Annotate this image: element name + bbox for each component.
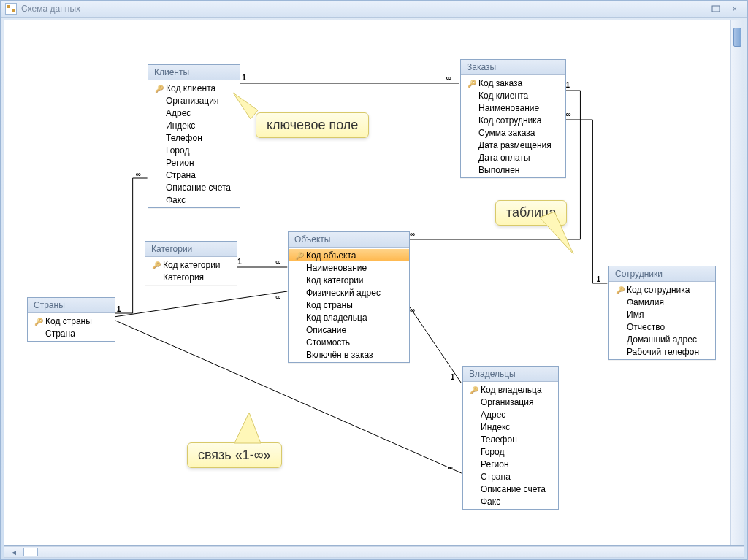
field-row[interactable]: Код категории	[289, 274, 409, 286]
diagram-canvas[interactable]: 1 ∞ 1 ∞ ∞ 1 1 ∞	[4, 20, 744, 545]
window-title: Схема данных	[21, 4, 80, 14]
field-name: Телефон	[479, 434, 517, 445]
entity-header[interactable]: Категории	[145, 242, 237, 257]
field-row[interactable]: Наименование	[289, 261, 409, 274]
svg-marker-31	[234, 413, 261, 443]
field-row[interactable]: Индекс	[148, 119, 240, 131]
entity-countries[interactable]: Страны Код страныСтрана	[27, 297, 115, 342]
field-row[interactable]: Код категории	[145, 258, 237, 271]
field-name: Дата размещения	[477, 140, 552, 150]
field-row[interactable]: Регион	[148, 156, 240, 169]
field-name: Дата оплаты	[477, 153, 530, 163]
svg-marker-29	[233, 93, 258, 119]
field-row[interactable]: Страна	[148, 169, 240, 181]
svg-text:1: 1	[565, 81, 570, 89]
entity-orders[interactable]: Заказы Код заказаКод клиентаНаименование…	[460, 59, 566, 178]
field-name: Код категории	[161, 260, 221, 270]
field-row[interactable]: Индекс	[463, 421, 558, 433]
field-row[interactable]: Включён в заказ	[289, 348, 409, 361]
field-name: Код владельца	[305, 312, 367, 323]
field-name: Домашний адрес	[625, 334, 697, 345]
field-row[interactable]: Отчество	[609, 321, 715, 333]
field-name: Страна	[44, 329, 75, 339]
svg-text:∞: ∞	[410, 306, 415, 314]
field-name: Категория	[161, 272, 204, 283]
vertical-scrollbar[interactable]	[730, 20, 744, 545]
entity-body: Код страныСтрана	[28, 313, 115, 341]
field-row[interactable]: Код сотрудника	[609, 283, 715, 296]
entity-body: Код объектаНаименованиеКод категорииФизи…	[289, 248, 409, 362]
field-name: Сумма заказа	[477, 128, 535, 138]
field-name: Код владельца	[479, 385, 542, 395]
field-row[interactable]: Рабочий телефон	[609, 345, 715, 358]
field-row[interactable]: Имя	[609, 308, 715, 321]
field-row[interactable]: Страна	[28, 327, 115, 340]
field-row[interactable]: Код страны	[289, 299, 409, 311]
entity-employees[interactable]: Сотрудники Код сотрудникаФамилияИмяОтчес…	[608, 266, 716, 360]
restore-button[interactable]	[708, 4, 724, 14]
close-button[interactable]: ×	[727, 4, 743, 14]
field-row[interactable]: Физический адрес	[289, 286, 409, 299]
field-name: Имя	[625, 310, 644, 320]
field-row[interactable]: Организация	[463, 396, 558, 408]
field-row[interactable]: Регион	[463, 458, 558, 470]
callout-label: ключевое поле	[267, 118, 358, 132]
callout-relation: связь «1-∞»	[187, 442, 282, 468]
horizontal-scrollbar[interactable]: ◄	[4, 546, 744, 558]
field-row[interactable]: Код сотрудника	[461, 114, 565, 126]
field-row[interactable]: Факс	[148, 193, 240, 206]
field-row[interactable]: Дата оплаты	[461, 151, 565, 164]
field-row[interactable]: Город	[463, 445, 558, 458]
primary-key-icon	[469, 386, 479, 394]
field-row[interactable]: Код клиента	[148, 82, 240, 94]
field-row[interactable]: Описание	[289, 323, 409, 336]
field-row[interactable]: Код объекта	[289, 249, 409, 261]
field-row[interactable]: Категория	[145, 271, 237, 283]
field-row[interactable]: Адрес	[463, 408, 558, 421]
entity-owners[interactable]: Владельцы Код владельцаОрганизацияАдресИ…	[462, 366, 559, 510]
field-row[interactable]: Домашний адрес	[609, 333, 715, 345]
field-name: Страна	[479, 472, 511, 482]
entity-clients[interactable]: Клиенты Код клиентаОрганизацияАдресИндек…	[148, 64, 240, 208]
primary-key-icon	[467, 79, 477, 88]
entity-body: Код заказаКод клиентаНаименованиеКод сот…	[461, 75, 565, 177]
entity-header[interactable]: Заказы	[461, 60, 565, 75]
field-name: Факс	[479, 496, 500, 507]
field-row[interactable]: Телефон	[463, 433, 558, 445]
titlebar: Схема данных ×	[1, 1, 747, 18]
field-row[interactable]: Код владельца	[289, 311, 409, 323]
field-row[interactable]: Описание счета	[463, 483, 558, 495]
field-row[interactable]: Код владельца	[463, 383, 558, 396]
field-name: Наименование	[477, 103, 539, 113]
field-name: Организация	[479, 397, 533, 407]
scroll-thumb[interactable]	[733, 28, 741, 47]
window: Схема данных × 1 ∞ 1 ∞	[0, 0, 748, 560]
entity-categories[interactable]: Категории Код категорииКатегория	[145, 241, 237, 285]
minimize-button[interactable]	[689, 4, 705, 14]
field-row[interactable]: Код клиента	[461, 89, 565, 101]
field-row[interactable]: Адрес	[148, 107, 240, 119]
field-row[interactable]: Город	[148, 144, 240, 156]
field-row[interactable]: Наименование	[461, 101, 565, 114]
entity-header[interactable]: Владельцы	[463, 367, 558, 382]
field-row[interactable]: Организация	[148, 94, 240, 107]
entity-header[interactable]: Сотрудники	[609, 266, 715, 282]
field-row[interactable]: Телефон	[148, 131, 240, 144]
entity-objects[interactable]: Объекты Код объектаНаименованиеКод катег…	[288, 231, 410, 363]
entity-header[interactable]: Страны	[28, 298, 115, 313]
scroll-minimap-icon	[23, 548, 38, 556]
field-row[interactable]: Выполнен	[461, 164, 565, 176]
field-row[interactable]: Код страны	[28, 315, 115, 327]
scroll-left-icon[interactable]: ◄	[7, 548, 20, 556]
field-row[interactable]: Дата размещения	[461, 139, 565, 151]
field-row[interactable]: Фамилия	[609, 296, 715, 308]
field-row[interactable]: Сумма заказа	[461, 126, 565, 139]
field-row[interactable]: Стоимость	[289, 336, 409, 348]
field-row[interactable]: Страна	[463, 470, 558, 483]
entity-header[interactable]: Клиенты	[148, 65, 240, 80]
field-name: Код заказа	[477, 78, 522, 88]
field-row[interactable]: Факс	[463, 495, 558, 507]
field-row[interactable]: Код заказа	[461, 77, 565, 89]
field-row[interactable]: Описание счета	[148, 181, 240, 193]
entity-header[interactable]: Объекты	[289, 232, 409, 248]
